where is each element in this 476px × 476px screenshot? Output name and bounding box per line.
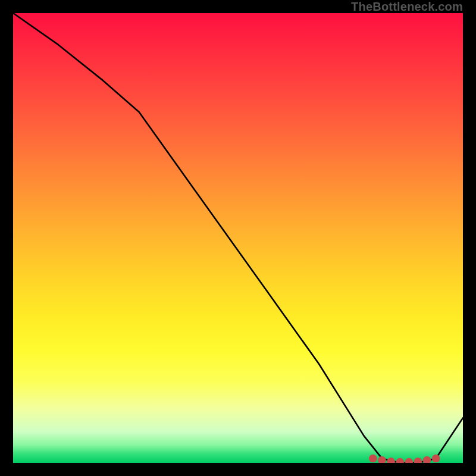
chart-frame: TheBottleneck.com	[0, 0, 476, 476]
marker-dot	[423, 456, 431, 463]
watermark-text: TheBottleneck.com	[351, 0, 463, 14]
marker-dot	[387, 458, 395, 463]
marker-dot	[396, 458, 404, 463]
marker-dot	[405, 458, 413, 463]
marker-dot	[378, 456, 386, 463]
main-curve	[13, 13, 463, 463]
chart-svg	[13, 13, 463, 463]
marker-dot	[369, 455, 377, 463]
marker-dot	[432, 455, 440, 463]
plot-area	[13, 13, 463, 463]
marker-dot	[414, 458, 422, 463]
